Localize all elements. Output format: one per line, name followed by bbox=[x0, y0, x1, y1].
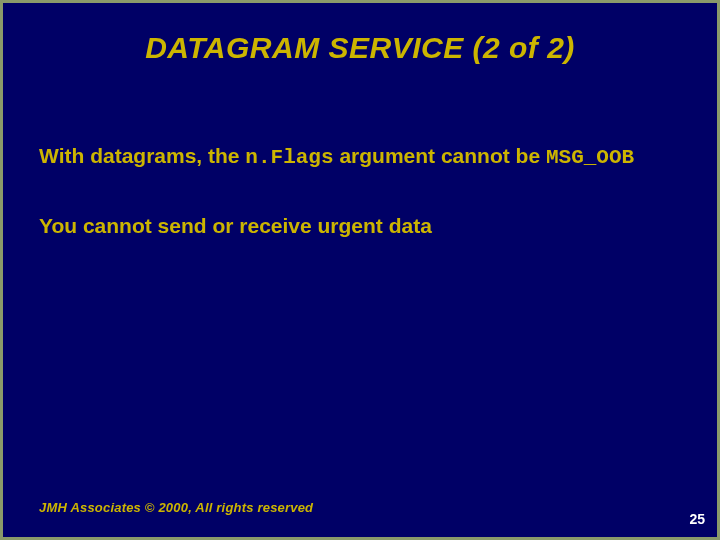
code-nflags: n.Flags bbox=[245, 146, 333, 169]
text-1b: argument cannot be bbox=[334, 144, 546, 167]
paragraph-2: You cannot send or receive urgent data bbox=[39, 213, 679, 239]
page-title: DATAGRAM SERVICE (2 of 2) bbox=[3, 31, 717, 65]
code-msg-oob: MSG_OOB bbox=[546, 146, 634, 169]
slide-body: With datagrams, the n.Flags argument can… bbox=[39, 143, 679, 282]
text-1a: With datagrams, the bbox=[39, 144, 245, 167]
page-number: 25 bbox=[689, 511, 705, 527]
slide: DATAGRAM SERVICE (2 of 2) With datagrams… bbox=[3, 3, 717, 537]
footer-copyright: JMH Associates © 2000, All rights reserv… bbox=[39, 500, 313, 515]
paragraph-1: With datagrams, the n.Flags argument can… bbox=[39, 143, 679, 171]
